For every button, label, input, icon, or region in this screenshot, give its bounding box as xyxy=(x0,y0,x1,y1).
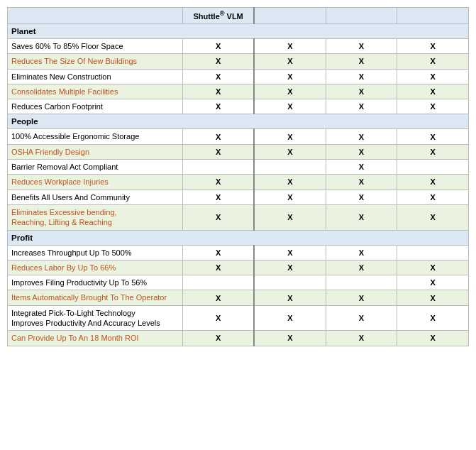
table-row: Saves 60% To 85% Floor SpaceXXXX xyxy=(8,38,469,53)
check-cell: X xyxy=(326,99,397,114)
check-cell: X xyxy=(326,69,397,84)
check-cell: X xyxy=(397,275,469,290)
section-title-people: People xyxy=(8,114,469,129)
table-body: PlanetSaves 60% To 85% Floor SpaceXXXXRe… xyxy=(8,23,469,346)
header-shuttle-col: Shuttle® VLM xyxy=(183,8,255,24)
feature-cell: Reduces The Size Of New Buildings xyxy=(8,54,183,69)
table-row: Reduces Labor By Up To 66%XXXX xyxy=(8,260,469,275)
check-cell: X xyxy=(326,305,397,331)
shuttle-name: Shuttle® VLM xyxy=(193,12,243,21)
feature-cell: 100% Accessible Ergonomic Storage xyxy=(8,129,183,144)
check-cell: X xyxy=(397,99,469,114)
section-header-people: People xyxy=(8,114,469,129)
check-cell xyxy=(254,275,326,290)
check-cell: X xyxy=(254,175,326,190)
feature-cell: Increases Throughput Up To 500% xyxy=(8,245,183,260)
check-cell: X xyxy=(326,129,397,144)
check-cell: X xyxy=(397,84,469,99)
check-cell: X xyxy=(254,331,326,346)
check-cell: X xyxy=(254,204,326,230)
check-cell: X xyxy=(254,84,326,99)
table-row: Reduces The Size Of New BuildingsXXXX xyxy=(8,54,469,69)
feature-cell: Consolidates Multiple Facilities xyxy=(8,84,183,99)
feature-cell: Eliminates New Construction xyxy=(8,69,183,84)
feature-cell: Can Provide Up To An 18 Month ROI xyxy=(8,331,183,346)
table-row: Items Automatically Brought To The Opera… xyxy=(8,290,469,305)
check-cell xyxy=(183,275,255,290)
check-cell: X xyxy=(183,190,255,204)
check-cell: X xyxy=(183,69,255,84)
check-cell xyxy=(183,160,255,175)
check-cell: X xyxy=(183,331,255,346)
check-cell: X xyxy=(397,190,469,204)
check-cell: X xyxy=(183,290,255,305)
check-cell: X xyxy=(183,144,255,159)
check-cell: X xyxy=(326,38,397,53)
check-cell: X xyxy=(326,204,397,230)
check-cell: X xyxy=(254,129,326,144)
table-row: Consolidates Multiple FacilitiesXXXX xyxy=(8,84,469,99)
section-title-profit: Profit xyxy=(8,230,469,245)
check-cell: X xyxy=(397,129,469,144)
check-cell: X xyxy=(254,38,326,53)
table-row: Eliminates Excessive bending, Reaching, … xyxy=(8,204,469,230)
check-cell: X xyxy=(254,290,326,305)
table-row: Can Provide Up To An 18 Month ROIXXXX xyxy=(8,331,469,346)
table-row: Integrated Pick-To-Light Technology Impr… xyxy=(8,305,469,331)
feature-cell: Integrated Pick-To-Light Technology Impr… xyxy=(8,305,183,331)
check-cell: X xyxy=(397,144,469,159)
check-cell: X xyxy=(183,54,255,69)
check-cell: X xyxy=(183,84,255,99)
check-cell xyxy=(326,275,397,290)
feature-cell: Barrier Removal Act Compliant xyxy=(8,160,183,175)
check-cell: X xyxy=(397,204,469,230)
check-cell: X xyxy=(397,38,469,53)
check-cell: X xyxy=(397,175,469,190)
check-cell: X xyxy=(326,54,397,69)
header-lektriever-col xyxy=(397,8,469,24)
check-cell: X xyxy=(183,99,255,114)
header-feature-col xyxy=(8,8,183,24)
check-cell: X xyxy=(183,245,255,260)
feature-cell: Reduces Carbon Footprint xyxy=(8,99,183,114)
section-header-profit: Profit xyxy=(8,230,469,245)
table-row: Benefits All Users And CommunityXXXX xyxy=(8,190,469,204)
feature-cell: Reduces Labor By Up To 66% xyxy=(8,260,183,275)
check-cell: X xyxy=(183,260,255,275)
header-megamat-col xyxy=(254,8,326,24)
check-cell: X xyxy=(254,190,326,204)
check-cell: X xyxy=(326,144,397,159)
check-cell: X xyxy=(397,290,469,305)
table-row: Reduces Workplace InjuriesXXXX xyxy=(8,175,469,190)
feature-cell: Reduces Workplace Injuries xyxy=(8,175,183,190)
check-cell: X xyxy=(326,190,397,204)
check-cell xyxy=(397,245,469,260)
check-cell: X xyxy=(254,245,326,260)
feature-cell: Benefits All Users And Community xyxy=(8,190,183,204)
check-cell: X xyxy=(326,245,397,260)
table-row: OSHA Friendly DesignXXXX xyxy=(8,144,469,159)
check-cell: X xyxy=(254,69,326,84)
header-row: Shuttle® VLM xyxy=(8,8,469,24)
check-cell: X xyxy=(183,175,255,190)
check-cell xyxy=(397,160,469,175)
table-row: Barrier Removal Act CompliantX xyxy=(8,160,469,175)
table-row: Eliminates New ConstructionXXXX xyxy=(8,69,469,84)
check-cell: X xyxy=(254,99,326,114)
check-cell: X xyxy=(326,160,397,175)
comparison-table: Shuttle® VLM PlanetSaves 60% To 85% Floo… xyxy=(7,7,469,346)
table-row: Reduces Carbon FootprintXXXX xyxy=(8,99,469,114)
table-row: Increases Throughput Up To 500%XXX xyxy=(8,245,469,260)
table-row: Improves Filing Productivity Up To 56%X xyxy=(8,275,469,290)
check-cell: X xyxy=(397,54,469,69)
header-horizontal-col xyxy=(326,8,397,24)
check-cell: X xyxy=(397,260,469,275)
feature-cell: OSHA Friendly Design xyxy=(8,144,183,159)
check-cell: X xyxy=(183,204,255,230)
check-cell: X xyxy=(326,331,397,346)
check-cell: X xyxy=(397,331,469,346)
feature-cell: Improves Filing Productivity Up To 56% xyxy=(8,275,183,290)
check-cell: X xyxy=(183,305,255,331)
check-cell: X xyxy=(397,69,469,84)
section-header-planet: Planet xyxy=(8,23,469,38)
